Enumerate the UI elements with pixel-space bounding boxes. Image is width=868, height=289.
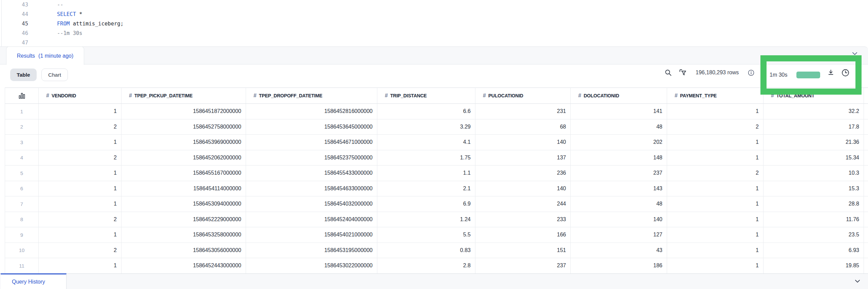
cell-pulocationid[interactable]: 68 <box>475 119 571 135</box>
cell-total_amount[interactable]: 21.36 <box>763 135 864 150</box>
cell-pulocationid[interactable]: 166 <box>475 227 571 243</box>
cell-vendorid[interactable]: 1 <box>39 166 121 181</box>
column-header-trip_distance[interactable]: #TRIP_DISTANCE <box>377 88 475 104</box>
bar-chart-icon[interactable] <box>5 88 39 104</box>
cell-tpep_pickup_datetime[interactable]: 1586453094000000 <box>121 196 246 212</box>
cell-payment_type[interactable]: 2 <box>667 166 763 181</box>
cell-total_amount[interactable]: 10.3 <box>763 166 864 181</box>
cell-vendorid[interactable]: 2 <box>39 119 121 135</box>
column-header-pulocationid[interactable]: #PULOCATIONID <box>475 88 571 104</box>
cell-tpep_dropoff_datetime[interactable]: 1586454021000000 <box>246 227 377 243</box>
cell-total_amount[interactable]: 28.8 <box>763 196 864 212</box>
cell-vendorid[interactable]: 1 <box>39 181 121 197</box>
column-header-payment_type[interactable]: #PAYMENT_TYPE <box>667 88 763 104</box>
cell-trip_distance[interactable]: 1.1 <box>377 166 475 181</box>
code-line[interactable]: 45FROM attimis_iceberg; <box>0 19 868 28</box>
cell-payment_type[interactable]: 1 <box>667 181 763 197</box>
cell-trip_distance[interactable]: 2.1 <box>377 181 475 197</box>
column-header-tpep_pickup_datetime[interactable]: #TPEP_PICKUP_DATETIME <box>121 88 246 104</box>
cell-tpep_dropoff_datetime[interactable]: 1586453022000000 <box>246 258 377 273</box>
cell-pulocationid[interactable]: 151 <box>475 243 571 258</box>
cell-payment_type[interactable]: 1 <box>667 196 763 212</box>
code-line[interactable]: 46--1m 30s <box>0 28 868 38</box>
cell-payment_type[interactable]: 1 <box>667 258 763 273</box>
cell-dolocationid[interactable]: 48 <box>571 196 667 212</box>
collapse-history-chevron-icon[interactable] <box>854 277 861 285</box>
cell-trip_distance[interactable]: 5.5 <box>377 227 475 243</box>
search-icon[interactable] <box>664 69 672 77</box>
cell-vendorid[interactable]: 1 <box>39 258 121 273</box>
cell-trip_distance[interactable]: 4.1 <box>377 135 475 150</box>
cell-payment_type[interactable]: 2 <box>667 119 763 135</box>
cell-payment_type[interactable]: 1 <box>667 104 763 119</box>
code-editor[interactable]: 43--44SELECT *45FROM attimis_iceberg;46-… <box>0 0 868 46</box>
cell-trip_distance[interactable]: 2.8 <box>377 258 475 273</box>
table-view-button[interactable]: Table <box>10 69 37 81</box>
cell-vendorid[interactable]: 1 <box>39 104 121 119</box>
cell-dolocationid[interactable]: 140 <box>571 212 667 228</box>
cell-total_amount[interactable]: 11.76 <box>763 212 864 228</box>
cell-total_amount[interactable]: 19.85 <box>763 258 864 273</box>
cell-tpep_pickup_datetime[interactable]: 1586453056000000 <box>121 243 246 258</box>
cell-pulocationid[interactable]: 140 <box>475 135 571 150</box>
cell-trip_distance[interactable]: 1.24 <box>377 212 475 228</box>
cell-tpep_dropoff_datetime[interactable]: 1586452816000000 <box>246 104 377 119</box>
cell-total_amount[interactable]: 6.93 <box>763 243 864 258</box>
cell-trip_distance[interactable]: 3.29 <box>377 119 475 135</box>
cell-dolocationid[interactable]: 237 <box>571 166 667 181</box>
cell-total_amount[interactable]: 32.2 <box>763 104 864 119</box>
cell-total_amount[interactable]: 15.34 <box>763 150 864 166</box>
cell-vendorid[interactable]: 1 <box>39 135 121 150</box>
cell-tpep_dropoff_datetime[interactable]: 1586453645000000 <box>246 119 377 135</box>
cell-payment_type[interactable]: 1 <box>667 243 763 258</box>
cell-tpep_pickup_datetime[interactable]: 1586452229000000 <box>121 212 246 228</box>
cell-tpep_pickup_datetime[interactable]: 1586453258000000 <box>121 227 246 243</box>
cell-vendorid[interactable]: 2 <box>39 150 121 166</box>
cell-total_amount[interactable]: 23.5 <box>763 227 864 243</box>
code-line[interactable]: 43-- <box>0 0 868 9</box>
cell-pulocationid[interactable]: 231 <box>475 104 571 119</box>
cell-dolocationid[interactable]: 143 <box>571 181 667 197</box>
cell-pulocationid[interactable]: 244 <box>475 196 571 212</box>
cell-tpep_pickup_datetime[interactable]: 1586454114000000 <box>121 181 246 197</box>
cell-tpep_pickup_datetime[interactable]: 1586451872000000 <box>121 104 246 119</box>
cell-pulocationid[interactable]: 236 <box>475 166 571 181</box>
cell-tpep_pickup_datetime[interactable]: 1586452758000000 <box>121 119 246 135</box>
cell-tpep_dropoff_datetime[interactable]: 1586454633000000 <box>246 181 377 197</box>
cell-vendorid[interactable]: 2 <box>39 212 121 228</box>
cell-trip_distance[interactable]: 6.6 <box>377 104 475 119</box>
column-header-tpep_dropoff_datetime[interactable]: #TPEP_DROPOFF_DATETIME <box>246 88 377 104</box>
cell-dolocationid[interactable]: 141 <box>571 104 667 119</box>
code-line[interactable]: 44SELECT * <box>0 9 868 19</box>
chart-view-button[interactable]: Chart <box>41 69 68 81</box>
info-icon[interactable] <box>748 70 754 76</box>
cell-pulocationid[interactable]: 137 <box>475 150 571 166</box>
cell-trip_distance[interactable]: 1.75 <box>377 150 475 166</box>
cell-tpep_dropoff_datetime[interactable]: 1586453195000000 <box>246 243 377 258</box>
column-header-vendorid[interactable]: #VENDORID <box>39 88 121 104</box>
cell-payment_type[interactable]: 1 <box>667 212 763 228</box>
cell-tpep_pickup_datetime[interactable]: 1586452062000000 <box>121 150 246 166</box>
filter-icon[interactable] <box>679 69 687 77</box>
column-header-total_amount[interactable]: #TOTAL_AMOUNT <box>763 88 864 104</box>
cell-tpep_dropoff_datetime[interactable]: 1586454032000000 <box>246 196 377 212</box>
cell-tpep_pickup_datetime[interactable]: 1586452443000000 <box>121 258 246 273</box>
cell-trip_distance[interactable]: 0.83 <box>377 243 475 258</box>
cell-tpep_pickup_datetime[interactable]: 1586453969000000 <box>121 135 246 150</box>
download-icon[interactable] <box>827 69 835 77</box>
cell-pulocationid[interactable]: 140 <box>475 181 571 197</box>
cell-payment_type[interactable]: 1 <box>667 135 763 150</box>
code-line[interactable]: 47 <box>0 38 868 47</box>
cell-trip_distance[interactable]: 6.9 <box>377 196 475 212</box>
cell-dolocationid[interactable]: 43 <box>571 243 667 258</box>
cell-dolocationid[interactable]: 202 <box>571 135 667 150</box>
cell-vendorid[interactable]: 1 <box>39 196 121 212</box>
cell-total_amount[interactable]: 17.8 <box>763 119 864 135</box>
cell-payment_type[interactable]: 1 <box>667 150 763 166</box>
schedule-clock-icon[interactable] <box>841 68 850 77</box>
cell-vendorid[interactable]: 2 <box>39 243 121 258</box>
cell-dolocationid[interactable]: 186 <box>571 258 667 273</box>
cell-dolocationid[interactable]: 148 <box>571 150 667 166</box>
cell-tpep_dropoff_datetime[interactable]: 1586452404000000 <box>246 212 377 228</box>
cell-payment_type[interactable]: 1 <box>667 227 763 243</box>
